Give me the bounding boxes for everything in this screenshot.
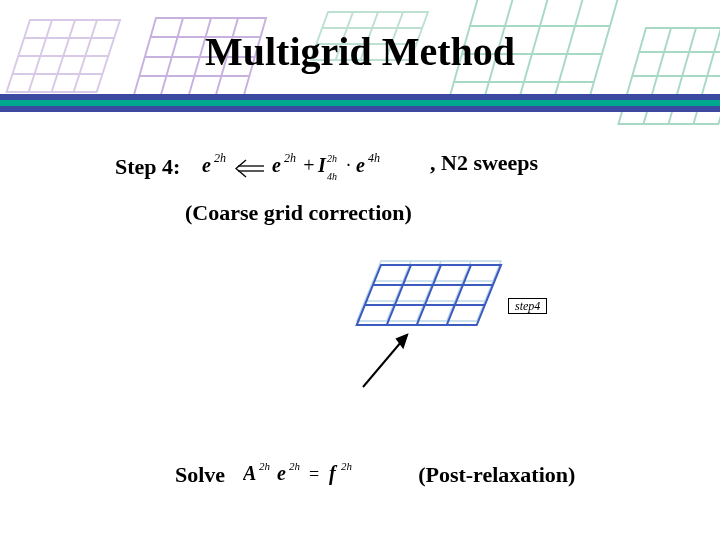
svg-text:=: = <box>309 464 319 484</box>
svg-text:+: + <box>302 154 316 176</box>
slide: Multigrid Method Step 4: e 2h e 2h + <box>0 0 720 540</box>
svg-text:4h: 4h <box>368 151 380 165</box>
bottom-line: Solve A 2h e 2h = f 2h (Post-relaxation) <box>175 460 655 490</box>
svg-text:e: e <box>202 154 211 176</box>
svg-text:2h: 2h <box>327 153 337 164</box>
svg-text:·: · <box>346 155 351 175</box>
diagram-step-label: step4 <box>508 298 547 314</box>
svg-line-55 <box>417 265 441 325</box>
svg-text:2h: 2h <box>341 460 353 472</box>
title-accent-bar <box>0 94 720 112</box>
svg-text:f: f <box>329 462 338 485</box>
post-relaxation-label: (Post-relaxation) <box>418 462 575 488</box>
svg-text:2h: 2h <box>289 460 301 472</box>
svg-line-54 <box>387 265 411 325</box>
svg-text:2h: 2h <box>284 151 296 165</box>
step-formula: e 2h e 2h + I 2h 4h · e 4h <box>186 154 423 179</box>
slide-title: Multigrid Method <box>0 28 720 75</box>
diagram <box>345 255 605 395</box>
step-suffix: , N2 sweeps <box>430 150 538 176</box>
svg-text:I: I <box>317 154 327 176</box>
svg-line-56 <box>447 265 471 325</box>
svg-text:A: A <box>243 462 256 484</box>
svg-text:e: e <box>277 462 286 484</box>
svg-line-48 <box>387 261 411 321</box>
svg-line-50 <box>447 261 471 321</box>
svg-text:4h: 4h <box>327 171 337 182</box>
step-subtitle: (Coarse grid correction) <box>185 200 412 226</box>
svg-text:e: e <box>272 154 281 176</box>
solve-label: Solve <box>175 462 225 488</box>
step-line: Step 4: e 2h e 2h + I 2h <box>115 150 422 184</box>
svg-text:2h: 2h <box>214 151 226 165</box>
svg-text:2h: 2h <box>259 460 271 472</box>
svg-line-49 <box>417 261 441 321</box>
svg-text:e: e <box>356 154 365 176</box>
step-label: Step 4: <box>115 154 180 179</box>
bottom-equation: A 2h e 2h = f 2h <box>243 460 393 490</box>
